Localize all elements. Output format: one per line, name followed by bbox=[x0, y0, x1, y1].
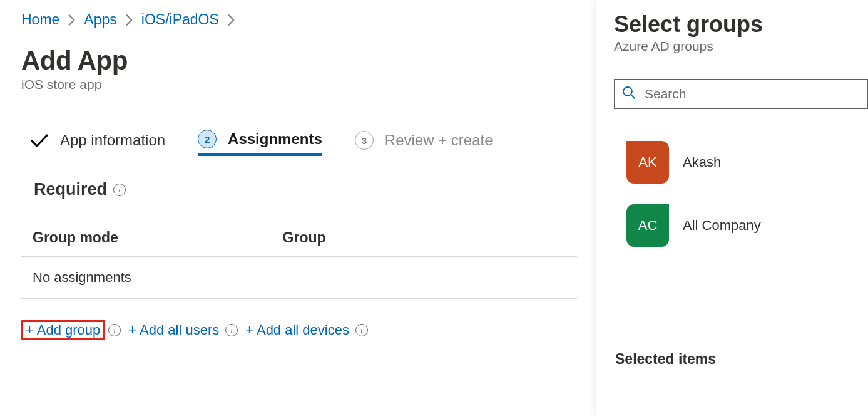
selected-items-header: Selected items bbox=[614, 333, 868, 368]
main-content: Home Apps iOS/iPadOS Add App iOS store a… bbox=[0, 0, 596, 416]
group-item-all-company[interactable]: AC All Company bbox=[614, 194, 868, 257]
group-list: AK Akash AC All Company bbox=[614, 130, 868, 257]
tab-assignments[interactable]: 2 Assignments bbox=[198, 130, 322, 156]
chevron-right-icon bbox=[126, 14, 133, 26]
empty-text: No assignments bbox=[21, 257, 577, 299]
info-icon[interactable]: i bbox=[225, 324, 238, 336]
breadcrumb-home[interactable]: Home bbox=[21, 11, 59, 28]
action-row: + Add group i + Add all users i + Add al… bbox=[21, 320, 577, 340]
assignments-table: Group mode Group No assignments bbox=[21, 229, 577, 299]
panel-title: Select groups bbox=[614, 11, 868, 38]
check-icon bbox=[30, 133, 49, 147]
add-all-devices-link[interactable]: + Add all devices bbox=[243, 321, 352, 340]
page-title: Add App bbox=[21, 46, 577, 76]
tab-label: Review + create bbox=[385, 132, 493, 149]
group-item-akash[interactable]: AK Akash bbox=[614, 131, 868, 194]
search-icon bbox=[622, 86, 636, 102]
avatar: AK bbox=[626, 141, 669, 184]
panel-subtitle: Azure AD groups bbox=[614, 39, 868, 54]
chevron-right-icon bbox=[68, 14, 75, 26]
search-input[interactable] bbox=[643, 86, 860, 102]
tab-app-information[interactable]: App information bbox=[30, 132, 165, 154]
tab-label: Assignments bbox=[228, 130, 322, 148]
step-number: 3 bbox=[355, 131, 374, 150]
svg-line-1 bbox=[631, 95, 635, 98]
table-row-empty: No assignments bbox=[21, 257, 577, 299]
add-group-link[interactable]: + Add group bbox=[21, 320, 105, 340]
breadcrumb-ios[interactable]: iOS/iPadOS bbox=[141, 11, 219, 28]
tab-review-create[interactable]: 3 Review + create bbox=[355, 131, 493, 155]
section-required: Required i bbox=[21, 180, 577, 199]
info-icon[interactable]: i bbox=[113, 184, 126, 196]
tab-label: App information bbox=[60, 132, 165, 149]
breadcrumb-apps[interactable]: Apps bbox=[84, 11, 116, 28]
page-subtitle: iOS store app bbox=[21, 77, 577, 92]
add-all-users-link[interactable]: + Add all users bbox=[126, 321, 222, 340]
chevron-right-icon bbox=[228, 14, 235, 26]
breadcrumb: Home Apps iOS/iPadOS bbox=[21, 11, 577, 28]
section-title: Required bbox=[34, 180, 107, 199]
info-icon[interactable]: i bbox=[355, 324, 368, 336]
step-number: 2 bbox=[198, 130, 217, 148]
info-icon[interactable]: i bbox=[108, 324, 121, 336]
group-name: All Company bbox=[683, 217, 761, 234]
col-group-mode: Group mode bbox=[21, 229, 272, 257]
col-group: Group bbox=[272, 229, 577, 257]
search-box[interactable] bbox=[614, 79, 868, 109]
select-groups-panel: Select groups Azure AD groups AK Akash A… bbox=[596, 0, 868, 416]
wizard-tabs: App information 2 Assignments 3 Review +… bbox=[21, 130, 577, 156]
avatar: AC bbox=[626, 204, 669, 247]
group-name: Akash bbox=[683, 154, 721, 170]
